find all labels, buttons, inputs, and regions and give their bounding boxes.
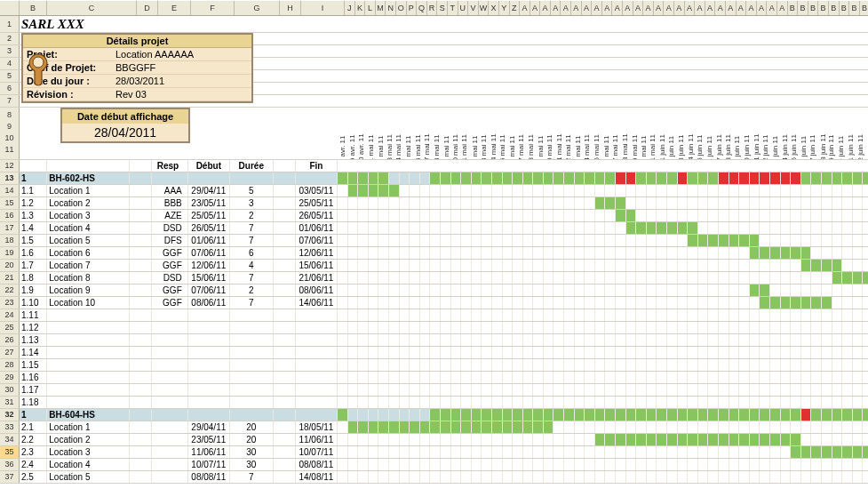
gantt-cell[interactable] bbox=[842, 309, 853, 321]
gantt-cell[interactable] bbox=[667, 384, 678, 396]
gantt-cell[interactable] bbox=[708, 359, 719, 371]
gantt-cell[interactable] bbox=[822, 309, 832, 321]
gantt-cell[interactable] bbox=[636, 384, 647, 396]
gantt-cell[interactable] bbox=[585, 384, 595, 396]
gantt-cell[interactable] bbox=[585, 459, 595, 470]
gantt-cell[interactable] bbox=[461, 421, 472, 433]
gantt-cell[interactable] bbox=[358, 409, 369, 421]
gantt-cell[interactable] bbox=[523, 459, 534, 470]
gantt-cell[interactable] bbox=[523, 185, 534, 196]
gantt-cell[interactable] bbox=[503, 359, 514, 371]
col-header-AF[interactable]: A bbox=[571, 1, 582, 15]
gantt-cell[interactable] bbox=[400, 372, 410, 383]
gantt-cell[interactable] bbox=[750, 397, 760, 408]
gantt-cell[interactable] bbox=[719, 322, 729, 333]
gantt-cell[interactable] bbox=[461, 446, 472, 458]
gantt-cell[interactable] bbox=[513, 334, 523, 346]
gantt-cell[interactable] bbox=[553, 372, 564, 383]
gantt-cell[interactable] bbox=[708, 272, 719, 284]
gantt-cell[interactable] bbox=[688, 347, 698, 358]
gantt-cell[interactable] bbox=[739, 446, 750, 458]
gantt-cell[interactable] bbox=[811, 247, 822, 259]
gantt-cell[interactable] bbox=[420, 384, 431, 396]
gantt-cell[interactable] bbox=[523, 210, 534, 221]
gantt-cell[interactable] bbox=[760, 459, 770, 470]
gantt-cell[interactable] bbox=[513, 372, 523, 383]
gantt-cell[interactable] bbox=[523, 172, 534, 184]
gantt-cell[interactable] bbox=[544, 297, 554, 309]
gantt-cell[interactable] bbox=[420, 459, 431, 470]
gantt-cell[interactable] bbox=[791, 334, 801, 346]
gantt-cell[interactable] bbox=[708, 172, 719, 184]
gantt-cell[interactable] bbox=[750, 359, 760, 371]
gantt-cell[interactable] bbox=[575, 384, 585, 396]
gantt-cell[interactable] bbox=[832, 260, 843, 271]
gantt-cell[interactable] bbox=[595, 297, 606, 309]
gantt-cell[interactable] bbox=[523, 334, 534, 346]
gantt-cell[interactable] bbox=[564, 384, 575, 396]
gantt-cell[interactable] bbox=[461, 322, 472, 333]
gantt-cell[interactable] bbox=[400, 446, 410, 458]
col-header-BC[interactable]: B bbox=[808, 1, 819, 15]
gantt-cell[interactable] bbox=[461, 372, 472, 383]
gantt-cell[interactable] bbox=[678, 272, 689, 284]
gantt-cell[interactable] bbox=[369, 260, 379, 271]
gantt-cell[interactable] bbox=[441, 210, 451, 221]
gantt-cell[interactable] bbox=[708, 222, 719, 234]
gantt-cell[interactable] bbox=[564, 434, 575, 445]
gantt-cell[interactable] bbox=[657, 309, 667, 321]
gantt-cell[interactable] bbox=[595, 397, 606, 408]
gantt-cell[interactable] bbox=[832, 309, 843, 321]
gantt-cell[interactable] bbox=[678, 372, 689, 383]
gantt-cell[interactable] bbox=[410, 210, 420, 221]
gantt-cell[interactable] bbox=[647, 409, 657, 421]
gantt-cell[interactable] bbox=[410, 309, 420, 321]
gantt-cell[interactable] bbox=[801, 397, 812, 408]
gantt-cell[interactable] bbox=[667, 297, 678, 309]
gantt-cell[interactable] bbox=[513, 397, 523, 408]
gantt-cell[interactable] bbox=[678, 359, 689, 371]
gantt-cell[interactable] bbox=[750, 285, 760, 296]
gantt-cell[interactable] bbox=[441, 372, 451, 383]
gantt-cell[interactable] bbox=[410, 372, 420, 383]
gantt-cell[interactable] bbox=[750, 297, 760, 309]
gantt-cell[interactable] bbox=[719, 247, 729, 259]
gantt-cell[interactable] bbox=[358, 247, 369, 259]
gantt-cell[interactable] bbox=[739, 185, 750, 196]
gantt-cell[interactable] bbox=[708, 347, 719, 358]
gantt-cell[interactable] bbox=[451, 471, 462, 483]
gantt-cell[interactable] bbox=[605, 334, 616, 346]
gantt-cell[interactable] bbox=[553, 235, 564, 246]
gantt-cell[interactable] bbox=[750, 172, 760, 184]
gantt-cell[interactable] bbox=[378, 197, 389, 209]
gantt-cell[interactable] bbox=[832, 471, 843, 483]
gantt-cell[interactable] bbox=[708, 409, 719, 421]
col-header-AM[interactable]: A bbox=[643, 1, 654, 15]
gantt-cell[interactable] bbox=[678, 409, 689, 421]
gantt-cell[interactable] bbox=[595, 247, 606, 259]
gantt-cell[interactable] bbox=[832, 384, 843, 396]
gantt-cell[interactable] bbox=[378, 235, 389, 246]
gantt-cell[interactable] bbox=[400, 235, 410, 246]
gantt-cell[interactable] bbox=[842, 434, 853, 445]
gantt-cell[interactable] bbox=[729, 197, 740, 209]
gantt-cell[interactable] bbox=[461, 347, 472, 358]
gantt-cell[interactable] bbox=[389, 446, 400, 458]
gantt-cell[interactable] bbox=[605, 347, 616, 358]
gantt-cell[interactable] bbox=[688, 471, 698, 483]
gantt-cell[interactable] bbox=[616, 409, 626, 421]
gantt-cell[interactable] bbox=[358, 235, 369, 246]
gantt-cell[interactable] bbox=[472, 359, 482, 371]
gantt-cell[interactable] bbox=[430, 397, 441, 408]
gantt-cell[interactable] bbox=[533, 334, 544, 346]
gantt-cell[interactable] bbox=[811, 334, 822, 346]
gantt-cell[interactable] bbox=[605, 285, 616, 296]
gantt-cell[interactable] bbox=[338, 272, 348, 284]
gantt-cell[interactable] bbox=[595, 446, 606, 458]
gantt-cell[interactable] bbox=[781, 260, 792, 271]
gantt-cell[interactable] bbox=[575, 235, 585, 246]
gantt-cell[interactable] bbox=[781, 409, 792, 421]
gantt-cell[interactable] bbox=[739, 434, 750, 445]
gantt-cell[interactable] bbox=[863, 421, 868, 433]
gantt-cell[interactable] bbox=[338, 235, 348, 246]
